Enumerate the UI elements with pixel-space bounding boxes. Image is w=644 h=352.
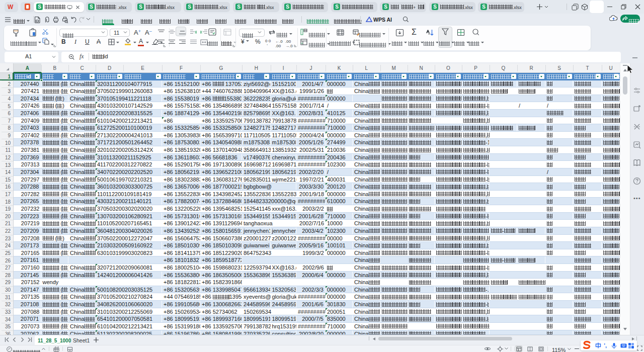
svg-text:W: W [8, 4, 14, 10]
